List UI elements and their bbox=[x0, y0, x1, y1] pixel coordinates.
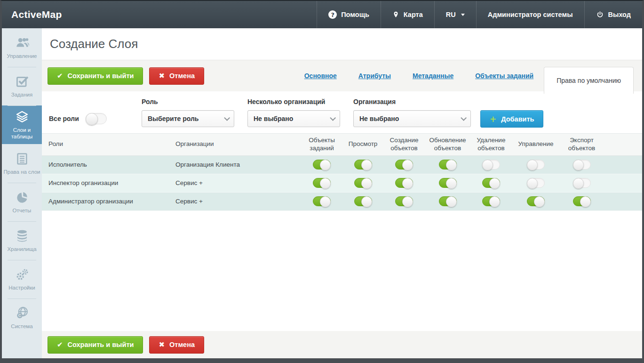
org-cell: Сервис + bbox=[169, 174, 301, 192]
power-icon bbox=[596, 11, 604, 19]
sidebar: Управление Задания Слои и таблицы Права … bbox=[2, 28, 42, 358]
column-header-view: Просмотр bbox=[343, 134, 383, 155]
chevron-down-icon bbox=[224, 115, 230, 121]
sidebar-item-label: Система bbox=[9, 323, 34, 330]
multi-org-select[interactable]: Не выбрано bbox=[247, 110, 340, 127]
tasks-checkbox-icon bbox=[14, 74, 30, 89]
close-icon: ✖ bbox=[159, 340, 165, 349]
logout-label: Выход bbox=[608, 11, 631, 18]
sidebar-item-storages[interactable]: Хранилища bbox=[2, 221, 42, 260]
sidebar-item-layers-tables[interactable]: Слои и таблицы bbox=[2, 105, 42, 144]
language-dropdown[interactable]: RU bbox=[434, 1, 476, 28]
org-cell: Сервис + bbox=[169, 192, 301, 210]
add-button[interactable]: + Добавить bbox=[480, 110, 543, 128]
map-label: Карта bbox=[404, 11, 423, 18]
permission-toggle-task-objects[interactable] bbox=[313, 196, 331, 206]
cancel-label: Отмена bbox=[169, 341, 195, 348]
tab-main[interactable]: Основное bbox=[304, 72, 337, 80]
all-roles-toggle[interactable] bbox=[86, 113, 107, 124]
permission-toggle-task-objects[interactable] bbox=[313, 178, 331, 188]
role-select[interactable]: Выберите роль bbox=[142, 110, 234, 127]
column-header-manage: Управление bbox=[512, 134, 559, 155]
permission-toggle-create[interactable] bbox=[395, 178, 413, 188]
help-icon: ? bbox=[328, 10, 337, 19]
permission-toggle-task-objects[interactable] bbox=[313, 160, 331, 169]
org-select-value: Не выбрано bbox=[359, 115, 399, 122]
map-menu-item[interactable]: Карта bbox=[381, 1, 434, 28]
column-header-organizations: Организации bbox=[169, 134, 301, 155]
help-menu-item[interactable]: ? Помощь bbox=[317, 1, 381, 28]
plus-icon: + bbox=[490, 114, 496, 124]
sidebar-item-label: Настройки bbox=[7, 284, 36, 291]
column-header-filler bbox=[604, 134, 642, 155]
save-and-exit-button-bottom[interactable]: ✔ Сохранить и выйти bbox=[48, 336, 143, 354]
language-label: RU bbox=[446, 11, 456, 18]
column-header-roles: Роли bbox=[42, 134, 169, 155]
sidebar-item-layer-rights[interactable]: Права на слои bbox=[2, 144, 42, 183]
sidebar-item-reports[interactable]: Отчеты bbox=[2, 183, 42, 221]
tab-task-objects[interactable]: Объекты заданий bbox=[475, 72, 533, 80]
permission-toggle-delete[interactable] bbox=[482, 196, 500, 206]
save-and-exit-button[interactable]: ✔ Сохранить и выйти bbox=[48, 67, 143, 85]
tab-default-rights-active[interactable]: Права по умолчанию bbox=[544, 67, 634, 94]
all-roles-label: Все роли bbox=[49, 115, 79, 122]
permission-toggle-delete[interactable] bbox=[482, 160, 500, 169]
org-group: Организация Не выбрано bbox=[353, 98, 471, 133]
sidebar-item-tasks[interactable]: Задания bbox=[2, 67, 42, 105]
sidebar-item-label: Задания bbox=[10, 91, 34, 98]
cancel-button[interactable]: ✖ Отмена bbox=[149, 67, 204, 85]
permission-toggle-create[interactable] bbox=[395, 196, 413, 206]
permission-toggle-update[interactable] bbox=[439, 178, 457, 188]
permission-toggle-update[interactable] bbox=[439, 160, 457, 169]
database-icon bbox=[15, 229, 30, 243]
sidebar-item-system[interactable]: C Система bbox=[2, 298, 42, 337]
org-select[interactable]: Не выбрано bbox=[353, 110, 471, 127]
permission-toggle-manage[interactable] bbox=[527, 178, 545, 188]
permission-toggle-manage[interactable] bbox=[527, 196, 545, 206]
document-icon bbox=[15, 152, 30, 166]
tab-attributes[interactable]: Атрибуты bbox=[358, 72, 391, 80]
pie-chart-icon bbox=[14, 190, 30, 204]
column-header-update-objects: Обновление объектов bbox=[425, 134, 470, 155]
sidebar-item-label: Хранилища bbox=[6, 246, 38, 252]
permission-toggle-create[interactable] bbox=[395, 160, 413, 169]
permission-toggle-delete[interactable] bbox=[482, 178, 500, 188]
globe-icon: C bbox=[14, 306, 30, 320]
permission-toggle-export[interactable] bbox=[573, 160, 591, 169]
chevron-down-icon bbox=[461, 115, 467, 121]
cancel-button-bottom[interactable]: ✖ Отмена bbox=[149, 336, 204, 354]
logout-menu-item[interactable]: Выход bbox=[584, 1, 642, 28]
sidebar-item-management[interactable]: Управление bbox=[2, 28, 42, 67]
sidebar-item-settings[interactable]: Настройки bbox=[2, 260, 42, 298]
layers-icon bbox=[14, 110, 31, 124]
add-group: + Добавить bbox=[480, 98, 543, 133]
permission-toggle-manage[interactable] bbox=[527, 160, 545, 169]
tab-metadata[interactable]: Метаданные bbox=[413, 72, 453, 80]
permission-toggle-update[interactable] bbox=[439, 196, 457, 206]
toolbar: ✔ Сохранить и выйти ✖ Отмена Основное Ат… bbox=[42, 60, 642, 91]
role-cell: Администратор организации bbox=[42, 192, 169, 210]
app-window: ActiveMap ? Помощь Карта RU Администрато… bbox=[0, 0, 644, 363]
sidebar-item-label: Права на слои bbox=[2, 169, 42, 175]
permission-toggle-view[interactable] bbox=[354, 178, 372, 188]
org-label: Организация bbox=[353, 98, 471, 108]
all-roles-control: Все роли bbox=[49, 110, 128, 127]
check-icon: ✔ bbox=[57, 340, 63, 349]
permission-toggle-view[interactable] bbox=[354, 160, 372, 169]
add-label: Добавить bbox=[501, 115, 534, 123]
map-pin-icon bbox=[392, 10, 399, 19]
current-user-menu-item[interactable]: Администратор системы bbox=[476, 1, 584, 28]
role-group: Роль Выберите роль bbox=[142, 98, 234, 133]
tab-bar: Основное Атрибуты Метаданные Объекты зад… bbox=[304, 72, 533, 80]
help-label: Помощь bbox=[341, 11, 369, 18]
permission-toggle-view[interactable] bbox=[354, 196, 372, 206]
permission-toggle-export[interactable] bbox=[573, 178, 591, 188]
top-bar: ActiveMap ? Помощь Карта RU Администрато… bbox=[2, 1, 642, 28]
table-header-row: Роли Организации Объекты заданий Просмот… bbox=[42, 134, 642, 155]
save-and-exit-label: Сохранить и выйти bbox=[68, 72, 134, 80]
role-cell: Исполнитель bbox=[42, 155, 169, 174]
column-header-delete-objects: Удаление объектов bbox=[470, 134, 512, 155]
filler-cell bbox=[604, 174, 642, 192]
permission-toggle-export[interactable] bbox=[573, 196, 591, 206]
column-header-export-objects: Экспорт объектов bbox=[559, 134, 604, 155]
